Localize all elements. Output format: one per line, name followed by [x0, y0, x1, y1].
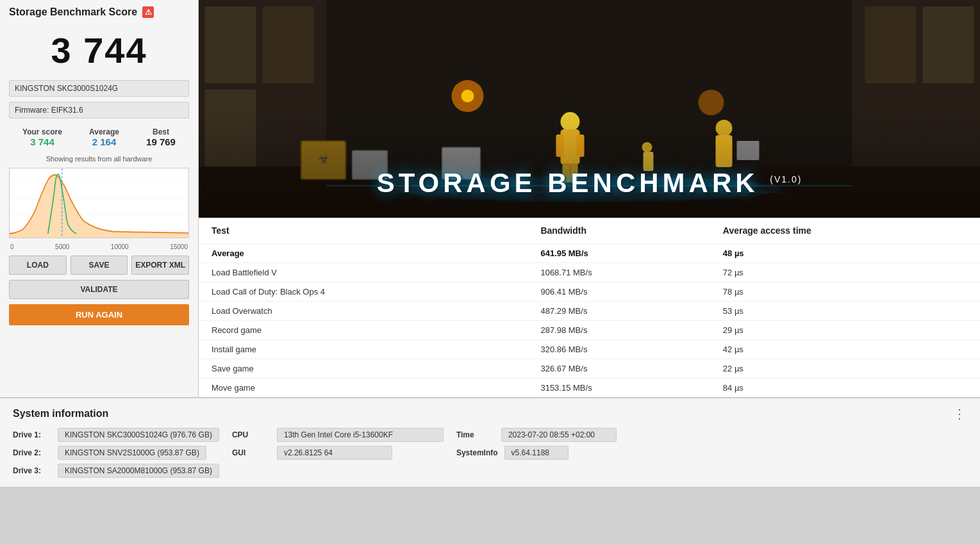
- drive-2-row: Drive 2: KINGSTON SNV2S1000G (953.87 GB): [13, 446, 219, 460]
- time-row: Time 2023-07-20 08:55 +02:00: [456, 428, 617, 442]
- banner-version: (V1.0): [770, 174, 802, 184]
- main-wrapper: Storage Benchmark Score ⚠ 3 744 KINGSTON…: [0, 0, 980, 545]
- gui-value: v2.26.8125 64: [277, 446, 392, 460]
- drive-1-value: KINGSTON SKC3000S1024G (976.76 GB): [58, 428, 219, 442]
- access-time-cell: 53 µs: [710, 302, 980, 321]
- access-time-cell: 78 µs: [710, 282, 980, 302]
- time-sysinfo-col: Time 2023-07-20 08:55 +02:00 SystemInfo …: [456, 428, 617, 478]
- score-number: 3 744: [9, 23, 189, 75]
- table-row: Record game 287.98 MB/s 29 µs: [199, 321, 980, 340]
- showing-text: Showing results from all hardware: [9, 155, 189, 163]
- your-score-col: Your score 3 744: [22, 127, 62, 147]
- table-row: Average 641.95 MB/s 48 µs: [199, 244, 980, 263]
- top-section: Storage Benchmark Score ⚠ 3 744 KINGSTON…: [0, 0, 980, 397]
- time-value: 2023-07-20 08:55 +02:00: [501, 428, 617, 442]
- left-panel: Storage Benchmark Score ⚠ 3 744 KINGSTON…: [0, 0, 199, 397]
- chart-area: [9, 168, 189, 238]
- system-info-title: System information: [13, 408, 108, 419]
- drive-1-label: Drive 1:: [13, 430, 51, 439]
- col-access-time-header: Average access time: [710, 218, 980, 244]
- your-score-value: 3 744: [22, 136, 62, 147]
- test-cell: Save game: [199, 359, 527, 378]
- validate-button[interactable]: VALIDATE: [9, 280, 189, 299]
- systeminfo-row: SystemInfo v5.64.1188: [456, 446, 617, 460]
- save-button[interactable]: SAVE: [71, 256, 128, 275]
- more-options-icon[interactable]: ⋮: [953, 406, 967, 421]
- drive-3-value: KINGSTON SA2000M81000G (953.87 GB): [58, 464, 219, 478]
- systeminfo-value: v5.64.1188: [504, 446, 569, 460]
- system-info-section: System information ⋮ Drive 1: KINGSTON S…: [0, 397, 980, 487]
- action-buttons-row: LOAD SAVE EXPORT XML: [9, 256, 189, 275]
- x-label-0: 0: [10, 243, 14, 250]
- gui-row: GUI v2.26.8125 64: [232, 446, 444, 460]
- test-cell: Record game: [199, 321, 527, 340]
- benchmark-table-wrap: Test Bandwidth Average access time Avera…: [199, 218, 980, 397]
- access-time-cell: 84 µs: [710, 378, 980, 398]
- cpu-value: 13th Gen Intel Core i5-13600KF: [277, 428, 444, 442]
- col-bandwidth-header: Bandwidth: [527, 218, 710, 244]
- benchmark-table: Test Bandwidth Average access time Avera…: [199, 218, 980, 397]
- table-row: Move game 3153.15 MB/s 84 µs: [199, 378, 980, 398]
- test-cell: Load Battlefield V: [199, 263, 527, 282]
- bandwidth-cell: 641.95 MB/s: [527, 244, 710, 263]
- game-banner: ☣: [199, 0, 980, 218]
- load-button[interactable]: LOAD: [9, 256, 67, 275]
- cpu-label: CPU: [232, 430, 270, 439]
- device-model-box: KINGSTON SKC3000S1024G: [9, 80, 189, 97]
- score-title-text: Storage Benchmark Score: [9, 6, 137, 18]
- best-score-col: Best 19 769: [146, 127, 176, 147]
- table-row: Load Battlefield V 1068.71 MB/s 72 µs: [199, 263, 980, 282]
- drive-2-label: Drive 2:: [13, 448, 51, 457]
- system-info-title-row: System information ⋮: [13, 406, 967, 421]
- system-info-grid: Drive 1: KINGSTON SKC3000S1024G (976.76 …: [13, 428, 967, 478]
- test-cell: Load Overwatch: [199, 302, 527, 321]
- access-time-cell: 48 µs: [710, 244, 980, 263]
- run-again-button[interactable]: RUN AGAIN: [9, 304, 189, 325]
- average-value: 2 164: [89, 136, 119, 147]
- average-label: Average: [89, 127, 119, 136]
- access-time-cell: 22 µs: [710, 359, 980, 378]
- test-cell: Install game: [199, 340, 527, 359]
- access-time-cell: 29 µs: [710, 321, 980, 340]
- device-firmware-box: Firmware: EIFK31.6: [9, 102, 189, 118]
- test-cell: Move game: [199, 378, 527, 398]
- best-value: 19 769: [146, 136, 176, 147]
- test-cell: Average: [199, 244, 527, 263]
- col-test-header: Test: [199, 218, 527, 244]
- systeminfo-label: SystemInfo: [456, 448, 498, 457]
- drive-2-value: KINGSTON SNV2S1000G (953.87 GB): [58, 446, 206, 460]
- best-label: Best: [146, 127, 176, 136]
- bandwidth-cell: 906.41 MB/s: [527, 282, 710, 302]
- gui-label: GUI: [232, 448, 270, 457]
- export-xml-button[interactable]: EXPORT XML: [131, 256, 189, 275]
- table-row: Install game 320.86 MB/s 42 µs: [199, 340, 980, 359]
- table-row: Load Overwatch 487.29 MB/s 53 µs: [199, 302, 980, 321]
- bandwidth-cell: 487.29 MB/s: [527, 302, 710, 321]
- bandwidth-cell: 320.86 MB/s: [527, 340, 710, 359]
- scores-row: Your score 3 744 Average 2 164 Best 19 7…: [9, 124, 189, 149]
- chart-x-labels: 0 5000 10000 15000: [9, 243, 189, 250]
- average-score-col: Average 2 164: [89, 127, 119, 147]
- x-label-10000: 10000: [111, 243, 129, 250]
- x-label-5000: 5000: [55, 243, 69, 250]
- banner-title: STORAGE BENCHMARK (V1.0): [377, 168, 802, 199]
- distribution-chart: [10, 168, 188, 238]
- table-row: Save game 326.67 MB/s 22 µs: [199, 359, 980, 378]
- bandwidth-cell: 287.98 MB/s: [527, 321, 710, 340]
- drive-3-label: Drive 3:: [13, 466, 51, 475]
- drive-1-row: Drive 1: KINGSTON SKC3000S1024G (976.76 …: [13, 428, 219, 442]
- score-title-row: Storage Benchmark Score ⚠: [9, 6, 189, 18]
- x-label-15000: 15000: [170, 243, 188, 250]
- cpu-row: CPU 13th Gen Intel Core i5-13600KF: [232, 428, 444, 442]
- right-panel: ☣: [199, 0, 980, 397]
- drives-col: Drive 1: KINGSTON SKC3000S1024G (976.76 …: [13, 428, 219, 478]
- table-row: Load Call of Duty: Black Ops 4 906.41 MB…: [199, 282, 980, 302]
- access-time-cell: 72 µs: [710, 263, 980, 282]
- bandwidth-cell: 326.67 MB/s: [527, 359, 710, 378]
- access-time-cell: 42 µs: [710, 340, 980, 359]
- bandwidth-cell: 3153.15 MB/s: [527, 378, 710, 398]
- test-cell: Load Call of Duty: Black Ops 4: [199, 282, 527, 302]
- bandwidth-cell: 1068.71 MB/s: [527, 263, 710, 282]
- drive-3-row: Drive 3: KINGSTON SA2000M81000G (953.87 …: [13, 464, 219, 478]
- warning-icon: ⚠: [142, 6, 154, 18]
